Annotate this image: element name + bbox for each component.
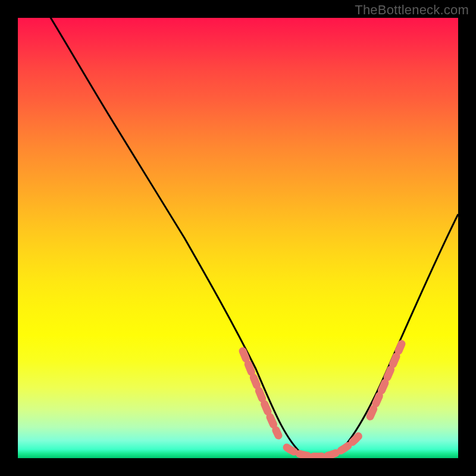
plot-area: [18, 18, 458, 458]
marker-band-right: [370, 344, 402, 416]
chart-container: TheBottleneck.com: [0, 0, 476, 476]
marker-band-left: [243, 351, 278, 436]
bottleneck-curve-line: [42, 18, 458, 457]
marker-band-bottom: [287, 434, 360, 456]
watermark-text: TheBottleneck.com: [355, 2, 469, 18]
chart-svg: [18, 18, 458, 458]
